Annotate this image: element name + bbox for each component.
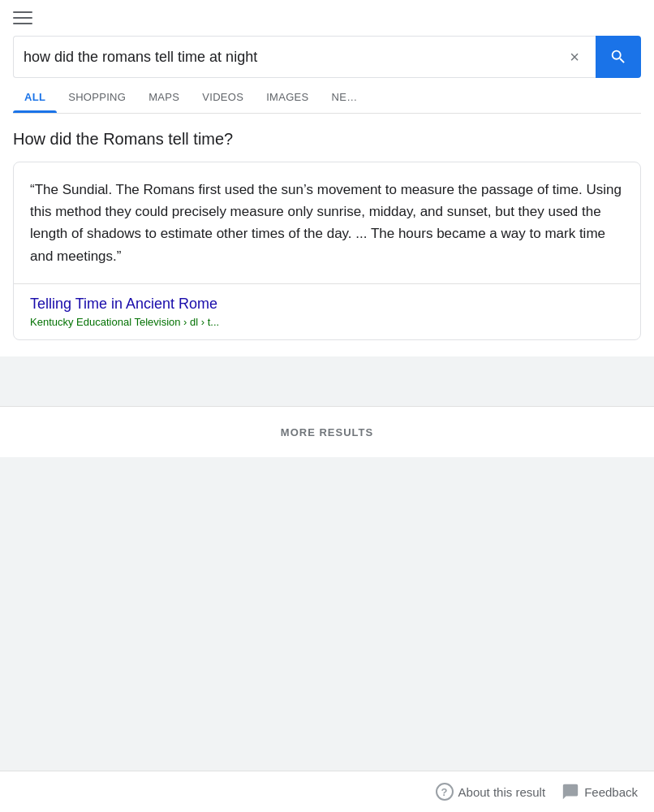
tab-news[interactable]: NE… bbox=[321, 81, 369, 113]
hamburger-menu-icon[interactable] bbox=[13, 11, 32, 24]
search-input[interactable] bbox=[24, 49, 563, 66]
search-tabs: ALL SHOPPING MAPS VIDEOS IMAGES NE… bbox=[13, 81, 641, 114]
tab-all[interactable]: ALL bbox=[13, 81, 57, 113]
snippet-box: “The Sundial. The Romans first used the … bbox=[13, 162, 641, 340]
search-button[interactable] bbox=[596, 36, 641, 78]
background-content bbox=[0, 356, 654, 405]
snippet-link[interactable]: Telling Time in Ancient Rome bbox=[30, 296, 624, 313]
search-input-area[interactable]: × bbox=[13, 36, 596, 78]
main-content: How did the Romans tell time? “The Sundi… bbox=[0, 114, 654, 356]
about-result-label: About this result bbox=[458, 785, 546, 799]
snippet-source: Telling Time in Ancient Rome Kentucky Ed… bbox=[14, 283, 640, 339]
search-icon bbox=[609, 48, 627, 66]
snippet-text: “The Sundial. The Romans first used the … bbox=[14, 162, 640, 283]
tab-maps[interactable]: MAPS bbox=[137, 81, 191, 113]
header: × ALL SHOPPING MAPS VIDEOS IMAGES NE… bbox=[0, 0, 654, 114]
snippet-url: Kentucky Educational Television › dl › t… bbox=[30, 316, 624, 328]
footer: ? About this result Feedback bbox=[0, 771, 654, 812]
feedback-label: Feedback bbox=[584, 785, 638, 799]
clear-search-icon[interactable]: × bbox=[563, 48, 586, 67]
search-bar-row: × bbox=[13, 36, 641, 78]
about-result-icon: ? bbox=[436, 783, 454, 801]
feedback-icon bbox=[561, 783, 579, 801]
tab-images[interactable]: IMAGES bbox=[255, 81, 320, 113]
more-results-label[interactable]: MORE RESULTS bbox=[281, 426, 373, 438]
about-result-item[interactable]: ? About this result bbox=[436, 783, 546, 801]
more-results-section[interactable]: MORE RESULTS bbox=[0, 406, 654, 457]
tab-videos[interactable]: VIDEOS bbox=[191, 81, 255, 113]
featured-question: How did the Romans tell time? bbox=[13, 130, 641, 149]
feedback-item[interactable]: Feedback bbox=[561, 783, 638, 801]
tab-shopping[interactable]: SHOPPING bbox=[57, 81, 137, 113]
